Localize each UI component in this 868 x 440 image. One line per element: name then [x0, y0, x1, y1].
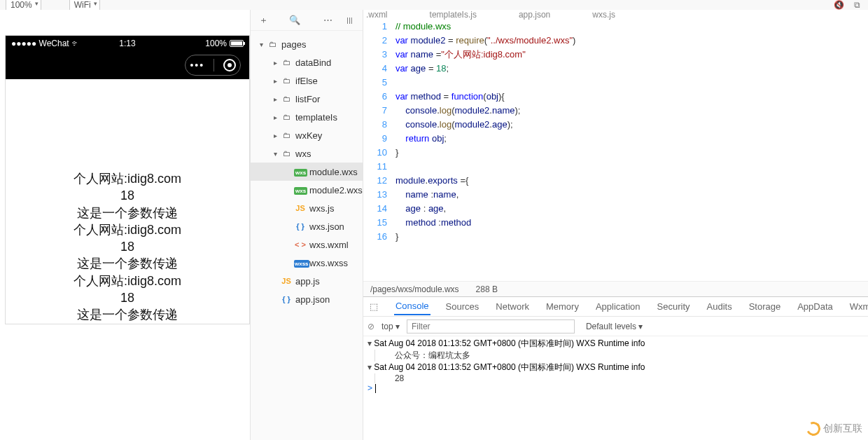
- console-header: Sat Aug 04 2018 01:13:52 GMT+0800 (中国标准时…: [368, 338, 868, 350]
- file-icon: 🗀: [280, 58, 293, 67]
- context-selector[interactable]: top ▾: [382, 322, 400, 331]
- sim-text: 这是一个参数传递: [6, 205, 249, 221]
- console-message: 28: [374, 373, 868, 383]
- tree-row[interactable]: < >wxs.wxml: [251, 235, 363, 254]
- tree-row[interactable]: ▾🗀pages: [251, 35, 363, 53]
- clock-label: 1:13: [89, 39, 167, 48]
- network-select[interactable]: WiFi: [69, 0, 100, 11]
- devtools-tab[interactable]: Memory: [545, 298, 580, 315]
- battery-icon: [230, 40, 244, 47]
- twisty-icon: ▸: [270, 114, 280, 121]
- editor-tab[interactable]: .wxml: [366, 10, 388, 20]
- simulator-panel: ●●●●● WeChat ᯤ 1:13 100% ••• 个人网站:idig8.…: [0, 10, 250, 440]
- code-lines[interactable]: // module.wxsvar module2 = require("../w…: [396, 20, 868, 281]
- twisty-icon: ▾: [256, 41, 266, 48]
- file-icon: wxs: [294, 186, 307, 194]
- tree-row[interactable]: wxsmodule.wxs: [251, 163, 363, 181]
- phone-status-bar: ●●●●● WeChat ᯤ 1:13 100%: [6, 36, 249, 51]
- page-content: 个人网站:idig8.com18这是一个参数传递个人网站:idig8.com18…: [6, 79, 249, 324]
- console-group[interactable]: Sat Aug 04 2018 01:13:52 GMT+0800 (中国标准时…: [363, 338, 868, 362]
- editor-tabs: .wxmltemplateIs.jsapp.jsonwxs.js: [363, 10, 868, 20]
- file-icon: 🗀: [280, 131, 293, 139]
- tree-row[interactable]: ▸🗀wxKey: [251, 126, 363, 144]
- tree-row[interactable]: ▾🗀wxs: [251, 144, 363, 163]
- element-picker-icon[interactable]: ⬚: [368, 301, 380, 312]
- tree-row[interactable]: ▸🗀ifElse: [251, 71, 363, 90]
- twisty-icon: ▾: [270, 150, 280, 158]
- devtools-tab[interactable]: Application: [594, 298, 642, 315]
- file-label: module.wxs: [309, 167, 358, 177]
- capsule-row: •••: [6, 51, 249, 79]
- editor-tab[interactable]: templateIs.js: [430, 10, 477, 20]
- file-toolbar: ＋ 🔍 ⋯ ⫼: [251, 10, 363, 31]
- status-path: /pages/wxs/module.wxs: [370, 284, 459, 294]
- file-label: templateIs: [295, 112, 337, 123]
- more-h-icon[interactable]: ⋯: [323, 15, 332, 25]
- console-header: Sat Aug 04 2018 01:13:52 GMT+0800 (中国标准时…: [368, 362, 868, 373]
- sim-text: 个人网站:idig8.com: [6, 273, 249, 289]
- tree-row[interactable]: ▸🗀dataBind: [251, 53, 363, 71]
- copy-icon[interactable]: ⧉: [851, 0, 862, 10]
- status-size: 288 B: [476, 284, 498, 294]
- file-icon: 🗀: [280, 113, 293, 121]
- editor-tab[interactable]: app.json: [519, 10, 550, 20]
- tree-row[interactable]: wxsmodule2.wxs: [251, 181, 363, 199]
- console-message: 公众号：编程坑太多: [374, 350, 868, 362]
- console-group[interactable]: Sat Aug 04 2018 01:13:52 GMT+0800 (中国标准时…: [363, 362, 868, 383]
- file-label: module2.wxs: [309, 185, 363, 195]
- filter-input[interactable]: [407, 319, 575, 334]
- file-label: wxs.js: [309, 203, 334, 214]
- file-icon: JS: [280, 277, 293, 285]
- more-icon[interactable]: •••: [190, 60, 204, 71]
- devtools-tab[interactable]: Console: [394, 298, 430, 315]
- file-label: app.json: [295, 294, 330, 305]
- search-icon[interactable]: 🔍: [289, 15, 300, 25]
- twisty-icon: ▸: [270, 95, 280, 103]
- devtools-tab[interactable]: Audits: [706, 298, 734, 315]
- devtools-tab[interactable]: Security: [656, 298, 692, 315]
- console-filter-row: ⊘ top ▾ Default levels ▾: [363, 317, 868, 336]
- file-label: dataBind: [295, 57, 331, 68]
- tree-row[interactable]: JSapp.js: [251, 272, 363, 290]
- file-icon: wxss: [294, 259, 307, 267]
- devtools-tab[interactable]: Wxml: [848, 298, 868, 315]
- mute-icon[interactable]: 🔇: [833, 0, 844, 10]
- capsule[interactable]: •••: [185, 55, 241, 76]
- tree-row[interactable]: ▸🗀listFor: [251, 90, 363, 108]
- devtools-tab[interactable]: Storage: [748, 298, 783, 315]
- twisty-icon: ▸: [270, 132, 280, 139]
- code-editor[interactable]: 12345678910111213141516 // module.wxsvar…: [363, 20, 868, 281]
- sim-text: 这是一个参数传递: [6, 306, 249, 323]
- file-icon: < >: [294, 240, 307, 249]
- devtools-tab[interactable]: AppData: [796, 298, 834, 315]
- tree-row[interactable]: wxsswxs.wxss: [251, 254, 363, 272]
- console-prompt[interactable]: >: [363, 383, 868, 393]
- devtools-tab[interactable]: Network: [494, 298, 531, 315]
- devtools-tab[interactable]: Sources: [444, 298, 481, 315]
- file-label: listFor: [295, 94, 320, 104]
- tree-row[interactable]: ▸🗀templateIs: [251, 108, 363, 126]
- file-icon: 🗀: [280, 149, 293, 158]
- editor-tab[interactable]: wxs.js: [592, 10, 615, 20]
- close-icon[interactable]: [223, 59, 236, 71]
- levels-selector[interactable]: Default levels ▾: [586, 322, 643, 331]
- file-label: wxs: [295, 149, 311, 159]
- carrier-label: ●●●●● WeChat: [11, 39, 69, 48]
- console-output[interactable]: Sat Aug 04 2018 01:13:52 GMT+0800 (中国标准时…: [363, 336, 868, 440]
- zoom-select[interactable]: 100%: [6, 0, 41, 11]
- watermark: 创新互联: [806, 422, 862, 436]
- devtools-tabs: ⬚ ConsoleSourcesNetworkMemoryApplication…: [363, 297, 868, 317]
- sim-text: 18: [6, 289, 249, 306]
- devtools: ⬚ ConsoleSourcesNetworkMemoryApplication…: [363, 296, 868, 440]
- file-label: app.js: [295, 276, 320, 287]
- tree-row[interactable]: { }wxs.json: [251, 217, 363, 235]
- zoom-label: 100%: [10, 0, 32, 10]
- tree-row[interactable]: { }app.json: [251, 290, 363, 308]
- sim-text: 这是一个参数传递: [6, 255, 249, 272]
- block-icon[interactable]: ⊘: [368, 322, 374, 331]
- layout-icon[interactable]: ⫼: [345, 15, 354, 25]
- editor-status-bar: /pages/wxs/module.wxs 288 B: [363, 281, 868, 296]
- add-icon[interactable]: ＋: [259, 14, 268, 27]
- file-icon: 🗀: [280, 95, 293, 103]
- tree-row[interactable]: JSwxs.js: [251, 199, 363, 217]
